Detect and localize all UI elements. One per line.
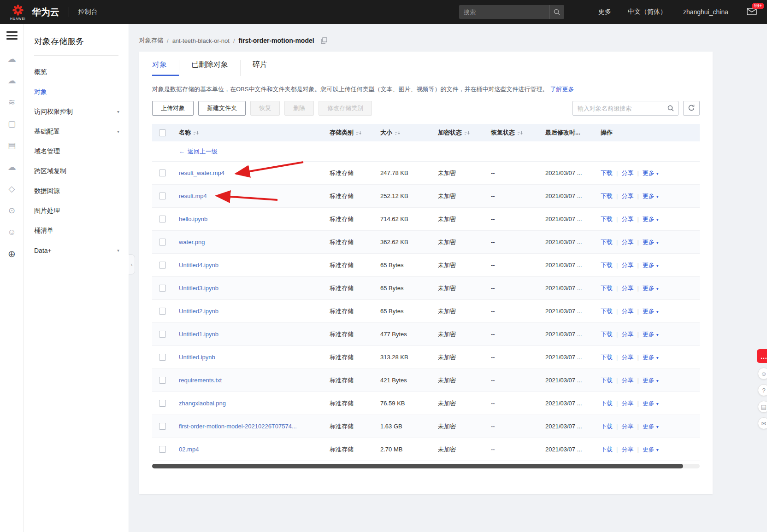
- sidebar-item-5[interactable]: 跨区域复制: [24, 161, 129, 181]
- upload-object-button[interactable]: 上传对象: [152, 101, 194, 116]
- download-link[interactable]: 下载: [601, 399, 613, 408]
- download-link[interactable]: 下载: [601, 330, 613, 339]
- download-link[interactable]: 下载: [601, 284, 613, 292]
- object-name-link[interactable]: Untitled2.ipynb: [179, 308, 218, 315]
- more-dropdown[interactable]: 更多▾: [643, 261, 659, 269]
- share-link[interactable]: 分享: [621, 261, 633, 269]
- sidebar-item-3[interactable]: 基础配置▾: [24, 122, 129, 141]
- object-name-link[interactable]: Untitled1.ipynb: [179, 331, 218, 338]
- download-link[interactable]: 下载: [601, 422, 613, 431]
- help-icon[interactable]: ?: [758, 384, 767, 396]
- new-folder-button[interactable]: 新建文件夹: [198, 101, 246, 116]
- learn-more-link[interactable]: 了解更多: [550, 86, 574, 93]
- copy-icon[interactable]: [321, 37, 327, 44]
- sort-icon[interactable]: [517, 130, 523, 135]
- compute-cloud-icon[interactable]: ☁: [6, 53, 18, 64]
- row-checkbox[interactable]: [159, 308, 166, 315]
- sidebar-item-2[interactable]: 访问权限控制▾: [24, 102, 129, 122]
- sort-icon[interactable]: [356, 130, 361, 135]
- download-link[interactable]: 下载: [601, 215, 613, 223]
- refresh-button[interactable]: [683, 101, 700, 116]
- share-link[interactable]: 分享: [621, 353, 633, 362]
- object-search-input[interactable]: [573, 105, 663, 112]
- sidebar-item-1[interactable]: 对象: [24, 82, 129, 102]
- object-name-link[interactable]: result.mp4: [179, 193, 207, 199]
- smiley-feedback-icon[interactable]: ☺: [758, 368, 767, 380]
- more-menu[interactable]: 更多: [598, 8, 611, 16]
- delete-button[interactable]: 删除: [284, 101, 314, 116]
- horizontal-scrollbar-thumb[interactable]: [152, 464, 683, 468]
- more-dropdown[interactable]: 更多▾: [643, 284, 659, 292]
- tab-2[interactable]: 碎片: [240, 60, 279, 76]
- global-search[interactable]: [459, 5, 564, 19]
- object-name-link[interactable]: Untitled3.ipynb: [179, 285, 218, 292]
- download-link[interactable]: 下载: [601, 238, 613, 246]
- more-dropdown[interactable]: 更多▾: [643, 330, 659, 339]
- download-link[interactable]: 下载: [601, 169, 613, 177]
- column-header-2[interactable]: 大小: [380, 129, 438, 137]
- mail-feedback-icon[interactable]: ✉: [758, 417, 767, 429]
- more-dropdown[interactable]: 更多▾: [643, 215, 659, 223]
- sort-icon[interactable]: [193, 130, 199, 135]
- object-name-link[interactable]: hello.ipynb: [179, 216, 207, 222]
- download-link[interactable]: 下载: [601, 261, 613, 269]
- global-search-input[interactable]: [459, 9, 549, 16]
- row-checkbox[interactable]: [159, 216, 166, 222]
- download-link[interactable]: 下载: [601, 192, 613, 200]
- sidebar-item-9[interactable]: Data+▾: [24, 240, 129, 260]
- network-waves-icon[interactable]: ≋: [6, 97, 18, 108]
- sidebar-item-6[interactable]: 数据回源: [24, 181, 129, 201]
- console-link[interactable]: 控制台: [78, 8, 98, 16]
- back-to-parent-link[interactable]: ← 返回上一级: [179, 147, 218, 156]
- modify-storage-class-button[interactable]: 修改存储类别: [319, 101, 372, 116]
- select-all-checkbox[interactable]: [159, 129, 166, 136]
- object-name-link[interactable]: first-order-motion-model-20210226T07574.…: [179, 423, 297, 430]
- restore-button[interactable]: 恢复: [250, 101, 280, 116]
- account-menu[interactable]: zhanghui_china: [683, 8, 728, 16]
- download-link[interactable]: 下载: [601, 307, 613, 316]
- share-link[interactable]: 分享: [621, 330, 633, 339]
- download-link[interactable]: 下载: [601, 353, 613, 362]
- share-link[interactable]: 分享: [621, 445, 633, 454]
- sort-icon[interactable]: [464, 130, 470, 135]
- more-dropdown[interactable]: 更多▾: [643, 376, 659, 385]
- more-dropdown[interactable]: 更多▾: [643, 353, 659, 362]
- share-link[interactable]: 分享: [621, 192, 633, 200]
- sidebar-item-0[interactable]: 概览: [24, 62, 129, 82]
- object-name-link[interactable]: Untitled.ipynb: [179, 354, 215, 361]
- billing-doc-icon[interactable]: ▤: [6, 140, 18, 151]
- row-checkbox[interactable]: [159, 239, 166, 246]
- row-checkbox[interactable]: [159, 354, 166, 361]
- globe-icon[interactable]: ⊕: [6, 248, 18, 259]
- tab-0[interactable]: 对象: [152, 60, 179, 76]
- messages-button[interactable]: 99+: [747, 8, 757, 17]
- object-prefix-search[interactable]: [572, 101, 678, 116]
- object-name-link[interactable]: water.png: [179, 239, 205, 246]
- sidebar-collapse-handle[interactable]: ‹: [129, 254, 135, 275]
- lab-flask-icon[interactable]: ◇: [6, 183, 18, 194]
- storage-cloud-icon[interactable]: ☁: [6, 75, 18, 86]
- chat-widget-icon[interactable]: …: [757, 349, 767, 363]
- object-name-link[interactable]: requirements.txt: [179, 377, 222, 384]
- share-link[interactable]: 分享: [621, 215, 633, 223]
- server-icon[interactable]: ▢: [6, 118, 18, 129]
- language-selector[interactable]: 中文（简体）: [628, 8, 667, 16]
- sort-icon[interactable]: [395, 130, 400, 135]
- row-checkbox[interactable]: [159, 193, 166, 199]
- object-name-link[interactable]: Untitled4.ipynb: [179, 262, 218, 269]
- row-checkbox[interactable]: [159, 331, 166, 338]
- share-link[interactable]: 分享: [621, 169, 633, 177]
- more-dropdown[interactable]: 更多▾: [643, 307, 659, 316]
- column-header-1[interactable]: 存储类别: [330, 129, 380, 137]
- column-header-4[interactable]: 恢复状态: [491, 129, 545, 137]
- breadcrumb-bucket[interactable]: ant-teeth-black-or-not: [172, 37, 230, 44]
- survey-doc-icon[interactable]: ▤: [758, 401, 767, 413]
- object-name-link[interactable]: 02.mp4: [179, 446, 199, 453]
- sidebar-item-8[interactable]: 桶清单: [24, 221, 129, 240]
- sidebar-item-7[interactable]: 图片处理: [24, 201, 129, 221]
- object-name-link[interactable]: result_water.mp4: [179, 170, 224, 176]
- more-dropdown[interactable]: 更多▾: [643, 192, 659, 200]
- share-link[interactable]: 分享: [621, 307, 633, 316]
- row-checkbox[interactable]: [159, 423, 166, 430]
- more-dropdown[interactable]: 更多▾: [643, 238, 659, 246]
